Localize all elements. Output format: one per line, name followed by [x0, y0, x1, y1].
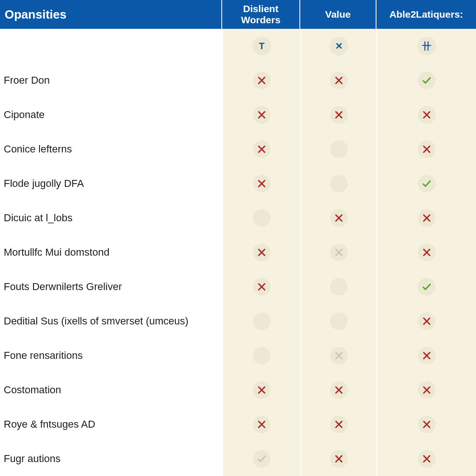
feature-label: Flode jugolly DFA	[4, 178, 84, 190]
status-cell	[377, 63, 476, 98]
feature-label: Roye & fntsuges AD	[4, 418, 95, 430]
header-glyph-2: ✕	[330, 37, 348, 55]
status-cell	[222, 166, 300, 201]
table-row: Fugr autions	[0, 442, 476, 476]
status-cell	[222, 407, 300, 442]
status-cell	[222, 373, 300, 407]
cross-faded-icon	[330, 347, 348, 364]
empty-icon	[330, 140, 348, 158]
status-cell	[300, 201, 377, 235]
cross-icon	[330, 72, 348, 89]
feature-label-cell: Froer Don	[0, 63, 222, 98]
check-icon	[418, 175, 436, 192]
check-icon	[418, 72, 436, 89]
feature-label-cell: Mortullfc Mui domstond	[0, 235, 222, 270]
cross-icon	[418, 106, 436, 124]
status-cell	[300, 373, 377, 407]
check-faded-icon	[253, 450, 271, 468]
feature-label: Ciponate	[4, 109, 45, 121]
status-cell	[222, 338, 300, 373]
feature-label: Froer Don	[4, 74, 50, 86]
table-row: T✕卄	[0, 29, 476, 63]
status-cell	[377, 201, 476, 235]
empty-icon	[330, 278, 348, 296]
feature-label-cell: Roye & fntsuges AD	[0, 407, 222, 442]
cross-icon	[330, 416, 348, 433]
cross-icon	[253, 175, 271, 192]
feature-label-cell: Fugr autions	[0, 442, 222, 476]
status-cell	[222, 304, 300, 338]
feature-label-cell: Deditial Sus (ixells of smverset (umceus…	[0, 304, 222, 338]
comparison-table: Opansities Dislient Worders Value Able2L…	[0, 0, 476, 476]
status-cell	[300, 304, 377, 338]
table-row: Conice lefterns	[0, 132, 476, 166]
header-feature-label: Opansities	[5, 7, 66, 22]
check-icon	[418, 278, 436, 296]
table-row: Ciponate	[0, 98, 476, 132]
status-cell	[300, 270, 377, 304]
status-cell	[300, 442, 377, 476]
feature-label: Mortullfc Mui domstond	[4, 246, 109, 258]
status-cell: T	[222, 29, 300, 63]
status-cell	[377, 373, 476, 407]
status-cell	[300, 132, 377, 166]
cross-icon	[418, 450, 436, 468]
status-cell	[377, 304, 476, 338]
status-cell	[377, 442, 476, 476]
status-cell	[377, 407, 476, 442]
cross-icon	[253, 140, 271, 158]
status-cell	[300, 63, 377, 98]
header-col-1-label: Dislient Worders	[241, 3, 281, 26]
status-cell: 卄	[377, 29, 476, 63]
status-cell	[377, 98, 476, 132]
header-feature-col: Opansities	[0, 0, 222, 29]
empty-icon	[253, 209, 271, 227]
table-row: Fone rensaritions	[0, 338, 476, 373]
cross-icon	[418, 209, 436, 227]
header-col-3: Able2Latiquers:	[377, 0, 476, 29]
table-row: Deditial Sus (ixells of smverset (umceus…	[0, 304, 476, 338]
status-cell	[377, 270, 476, 304]
table-row: Costomation	[0, 373, 476, 407]
table-row: Froer Don	[0, 63, 476, 98]
cross-icon	[253, 244, 271, 261]
cross-icon	[330, 450, 348, 468]
status-cell	[222, 98, 300, 132]
empty-icon	[330, 175, 348, 192]
status-cell	[377, 235, 476, 270]
table-row: Mortullfc Mui domstond	[0, 235, 476, 270]
feature-label-cell: Fone rensaritions	[0, 338, 222, 373]
feature-label-cell: Flode jugolly DFA	[0, 166, 222, 201]
feature-label: Dicuic at l_lobs	[4, 212, 73, 224]
feature-label-cell	[0, 29, 222, 63]
header-glyph-3: 卄	[417, 37, 436, 55]
status-cell	[377, 338, 476, 373]
status-cell	[300, 235, 377, 270]
cross-icon	[253, 381, 271, 399]
cross-icon	[253, 106, 271, 124]
cross-icon	[253, 416, 271, 433]
status-cell	[222, 132, 300, 166]
feature-label-cell: Conice lefterns	[0, 132, 222, 166]
feature-label: Fouts Derwnilerts Greliver	[4, 281, 122, 293]
cross-icon	[253, 72, 271, 89]
cross-icon	[418, 381, 436, 399]
header-col-2-label: Value	[325, 9, 351, 20]
header-col-1: Dislient Worders	[222, 0, 300, 29]
table-row: Flode jugolly DFA	[0, 166, 476, 201]
table-body: T✕卄Froer DonCiponateConice lefternsFlode…	[0, 29, 476, 476]
cross-icon	[418, 312, 436, 330]
feature-label-cell: Ciponate	[0, 98, 222, 132]
status-cell	[300, 407, 377, 442]
feature-label: Fugr autions	[4, 453, 60, 465]
cross-icon	[418, 140, 436, 158]
cross-icon	[330, 381, 348, 399]
table-row: Roye & fntsuges AD	[0, 407, 476, 442]
status-cell	[222, 270, 300, 304]
feature-label-cell: Costomation	[0, 373, 222, 407]
empty-icon	[253, 347, 271, 364]
cross-icon	[330, 209, 348, 227]
status-cell	[222, 201, 300, 235]
table-row: Dicuic at l_lobs	[0, 201, 476, 235]
cross-icon	[330, 106, 348, 124]
